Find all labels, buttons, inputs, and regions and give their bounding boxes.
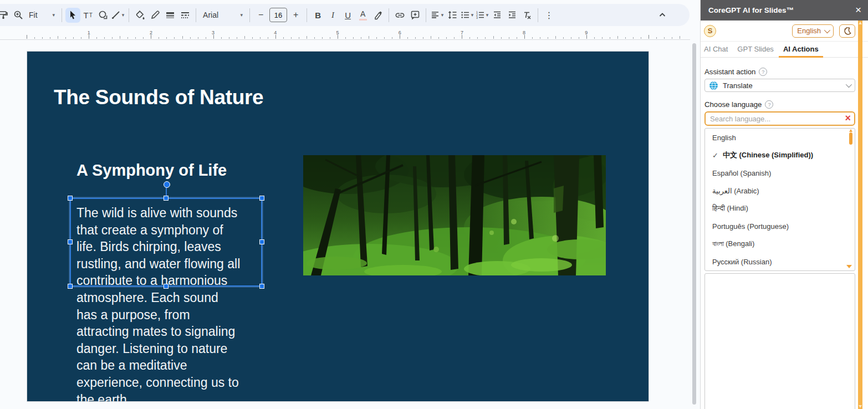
language-option[interactable]: Русский (Russian)	[705, 253, 855, 270]
sidebar-tabs: AI Chat GPT Slides AI Actions	[701, 42, 868, 58]
ruler: 123456789	[0, 30, 690, 40]
border-dash-icon[interactable]	[177, 8, 192, 23]
language-list: English中文 (Chinese (Simplified))Español …	[704, 128, 855, 271]
sidebar-content: Assistant action Translate Choose langua…	[701, 58, 868, 409]
tab-ai-chat[interactable]: AI Chat	[704, 45, 728, 57]
zoom-select-value: Fit	[29, 11, 38, 19]
check-icon	[712, 151, 718, 160]
ui-language-label: English	[797, 27, 821, 35]
resize-handle-ne[interactable]	[259, 196, 264, 201]
slide-title[interactable]: The Sounds of Nature	[54, 86, 263, 109]
clear-formatting-icon[interactable]	[519, 8, 534, 23]
bold-button[interactable]	[310, 8, 325, 23]
chevron-down-icon	[846, 81, 852, 88]
globe-icon	[709, 81, 718, 90]
rotation-handle[interactable]	[164, 181, 170, 188]
slide-heading[interactable]: A Symphony of Life	[76, 161, 227, 180]
help-icon[interactable]	[759, 68, 767, 76]
shape-tool-button[interactable]	[95, 8, 110, 23]
ui-language-button[interactable]: English	[792, 24, 834, 38]
toolbar-divider	[129, 8, 129, 22]
language-option[interactable]: 中文 (Chinese (Simplified))	[705, 146, 855, 164]
account-row: S English	[701, 21, 868, 42]
align-button[interactable]	[430, 8, 445, 23]
toolbar-divider	[196, 8, 196, 22]
sidebar-scrollbar[interactable]	[858, 21, 862, 409]
clear-search-icon[interactable]	[845, 114, 851, 123]
border-color-icon[interactable]	[147, 8, 162, 23]
highlight-color-button[interactable]	[370, 8, 385, 23]
italic-button[interactable]	[325, 8, 340, 23]
language-option[interactable]: Português (Portuguese)	[705, 217, 855, 235]
assistant-action-value: Translate	[723, 81, 753, 90]
tab-ai-actions[interactable]: AI Actions	[783, 45, 819, 57]
selection-box[interactable]	[70, 198, 262, 287]
toolbar: Fit	[0, 4, 690, 26]
choose-language-label-row: Choose language	[704, 100, 855, 109]
result-box	[704, 273, 855, 409]
decrease-font-size-button[interactable]	[253, 8, 268, 23]
zoom-icon[interactable]	[11, 8, 25, 23]
language-search-input[interactable]	[704, 111, 855, 126]
language-search	[704, 111, 855, 126]
sidebar-header: CoreGPT AI for Slides™	[701, 0, 868, 21]
avatar[interactable]: S	[704, 25, 716, 37]
chevron-down-icon	[824, 27, 830, 33]
editor-scrollbar[interactable]	[692, 43, 696, 405]
scroll-down-icon[interactable]	[859, 405, 862, 408]
resize-handle-nw[interactable]	[68, 196, 73, 201]
zoom-select[interactable]: Fit	[25, 8, 58, 22]
border-weight-icon[interactable]	[162, 8, 177, 23]
decrease-indent-icon[interactable]	[489, 8, 504, 23]
add-comment-icon[interactable]	[407, 8, 422, 23]
collapse-toolbar-icon[interactable]	[655, 8, 670, 23]
increase-font-size-button[interactable]	[288, 8, 303, 23]
resize-handle-s[interactable]	[164, 284, 169, 289]
resize-handle-sw[interactable]	[68, 284, 73, 289]
language-option[interactable]: العربية (Arabic)	[705, 182, 855, 200]
slide-canvas[interactable]: The Sounds of Nature A Symphony of Life …	[27, 52, 649, 401]
list-scroll-down-icon[interactable]	[846, 265, 852, 268]
resize-handle-e[interactable]	[259, 239, 264, 244]
text-color-button[interactable]	[355, 8, 370, 23]
toolbar-divider	[389, 8, 389, 22]
svg-text:3: 3	[476, 16, 478, 19]
coregpt-sidebar: CoreGPT AI for Slides™ S English AI Chat…	[700, 0, 868, 409]
line-tool-button[interactable]	[110, 8, 125, 23]
scroll-up-icon[interactable]	[859, 22, 862, 24]
language-option[interactable]: বাংলা (Bengali)	[705, 235, 855, 253]
font-size-input[interactable]	[269, 8, 287, 22]
text-box-tool-button[interactable]	[80, 8, 95, 23]
language-option[interactable]: English	[705, 129, 855, 146]
assistant-action-select[interactable]: Translate	[704, 79, 855, 92]
language-option[interactable]: Español (Spanish)	[705, 164, 855, 182]
resize-handle-se[interactable]	[259, 284, 264, 289]
bulleted-list-button[interactable]	[459, 8, 474, 23]
list-scrollbar-thumb[interactable]	[849, 132, 852, 145]
select-tool-button[interactable]	[65, 8, 80, 23]
increase-indent-icon[interactable]	[504, 8, 519, 23]
assistant-action-label-row: Assistant action	[704, 68, 855, 76]
app-window: Fit	[0, 0, 868, 409]
more-options-icon[interactable]	[542, 8, 556, 23]
line-spacing-icon[interactable]	[445, 8, 459, 23]
paint-format-icon[interactable]	[0, 8, 11, 23]
dark-mode-toggle[interactable]	[839, 24, 855, 38]
forest-image[interactable]	[303, 155, 606, 275]
fill-color-icon[interactable]	[132, 8, 147, 23]
resize-handle-n[interactable]	[164, 196, 169, 201]
slides-editor: Fit	[0, 0, 700, 409]
sidebar-title: CoreGPT AI for Slides™	[708, 6, 855, 14]
text-color-icon	[359, 10, 367, 21]
language-option[interactable]: हिन्दी (Hindi)	[705, 200, 855, 217]
insert-link-icon[interactable]	[392, 8, 407, 23]
close-icon[interactable]	[855, 6, 861, 15]
font-family-select[interactable]: Arial	[200, 8, 246, 22]
numbered-list-button[interactable]: 123	[474, 8, 489, 23]
help-icon[interactable]	[765, 100, 773, 109]
choose-language-label: Choose language	[704, 100, 762, 109]
tab-gpt-slides[interactable]: GPT Slides	[737, 45, 774, 57]
toolbar-divider	[249, 8, 250, 22]
resize-handle-w[interactable]	[68, 239, 73, 244]
underline-button[interactable]	[340, 8, 355, 23]
